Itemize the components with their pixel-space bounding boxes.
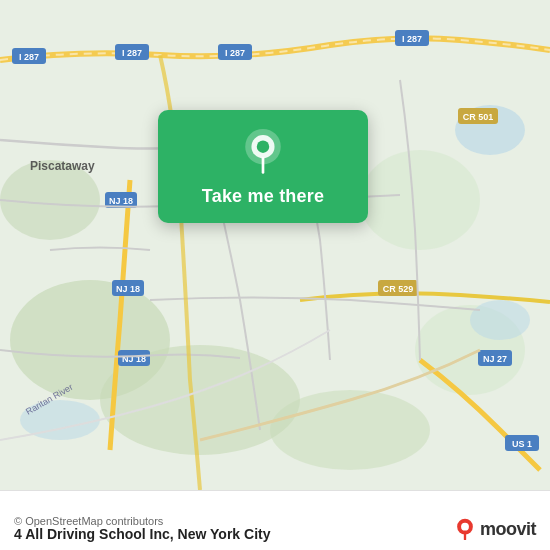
take-me-there-button-label: Take me there xyxy=(202,186,324,207)
svg-text:CR 529: CR 529 xyxy=(383,284,414,294)
svg-point-3 xyxy=(360,150,480,250)
svg-text:NJ 18: NJ 18 xyxy=(116,284,140,294)
svg-text:I 287: I 287 xyxy=(402,34,422,44)
svg-point-36 xyxy=(257,140,269,152)
bottom-bar: © OpenStreetMap contributors 4 All Drivi… xyxy=(0,490,550,550)
svg-point-8 xyxy=(470,300,530,340)
moovit-brand-text: moovit xyxy=(480,519,536,540)
moovit-pin-icon xyxy=(454,518,476,540)
moovit-logo: moovit xyxy=(454,518,536,540)
svg-text:I 287: I 287 xyxy=(19,52,39,62)
svg-text:NJ 18: NJ 18 xyxy=(109,196,133,206)
svg-text:CR 501: CR 501 xyxy=(463,112,494,122)
svg-point-38 xyxy=(461,523,469,531)
location-name: 4 All Driving School Inc, New York City xyxy=(14,526,270,542)
svg-text:NJ 27: NJ 27 xyxy=(483,354,507,364)
svg-text:I 287: I 287 xyxy=(122,48,142,58)
map-background: I 287 I 287 I 287 I 287 NJ 18 NJ 18 NJ 1… xyxy=(0,0,550,490)
take-me-there-card[interactable]: Take me there xyxy=(158,110,368,223)
svg-text:US 1: US 1 xyxy=(512,439,532,449)
location-pin-icon xyxy=(239,128,287,176)
svg-text:I 287: I 287 xyxy=(225,48,245,58)
svg-text:Piscataway: Piscataway xyxy=(30,159,95,173)
svg-point-5 xyxy=(270,390,430,470)
map-container: I 287 I 287 I 287 I 287 NJ 18 NJ 18 NJ 1… xyxy=(0,0,550,490)
